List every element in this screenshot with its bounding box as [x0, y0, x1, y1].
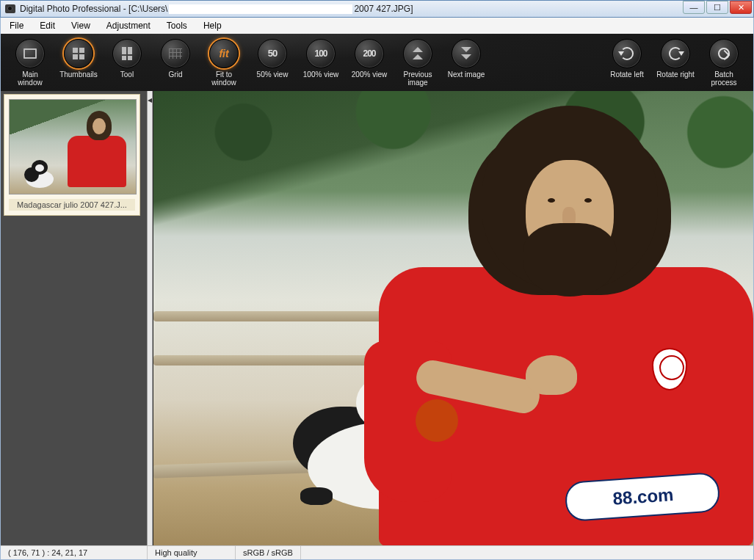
close-button[interactable]: ✕ — [730, 1, 752, 14]
tool-icon — [122, 47, 132, 60]
view-50-button[interactable]: 50 50% view — [252, 39, 293, 87]
menu-help[interactable]: Help — [200, 19, 225, 32]
grid-label: Grid — [169, 70, 183, 79]
menu-view[interactable]: View — [68, 19, 93, 32]
thumbnails-icon — [73, 48, 84, 59]
zoom-100-icon: 100 — [314, 48, 327, 59]
batch-process-button[interactable]: Batch process — [703, 39, 744, 87]
thumbnail-image — [9, 99, 137, 194]
menu-adjustment[interactable]: Adjustment — [104, 19, 153, 32]
previous-image-button[interactable]: Previous image — [397, 39, 438, 87]
photo-content: 88.com — [153, 91, 753, 545]
status-coords: ( 176, 71 ) : 24, 21, 17 — [1, 546, 148, 559]
toolbar: Main window Thumbnails Tool Grid fit Fit… — [0, 34, 754, 91]
image-viewer[interactable]: 88.com — [153, 91, 753, 545]
title-app: Digital Photo Professional — [20, 4, 120, 14]
rotate-left-icon — [620, 47, 634, 60]
view-100-label: 100% view — [303, 70, 338, 79]
view-200-button[interactable]: 200 200% view — [349, 39, 390, 87]
fit-icon: fit — [219, 48, 228, 59]
app-icon — [5, 4, 15, 13]
titlebar: Digital Photo Professional - [C:\Users\2… — [0, 0, 754, 18]
tool-label: Tool — [120, 70, 134, 79]
title-redacted — [169, 4, 352, 14]
thumbnails-button[interactable]: Thumbnails — [58, 39, 99, 87]
rotate-right-button[interactable]: Rotate right — [655, 39, 696, 87]
next-image-button[interactable]: Next image — [446, 39, 487, 87]
sidebar-splitter[interactable]: ◀ — [147, 91, 153, 545]
chevron-down-icon — [461, 47, 471, 59]
tool-button[interactable]: Tool — [106, 39, 148, 87]
next-image-label: Next image — [448, 70, 485, 79]
statusbar: ( 176, 71 ) : 24, 21, 17 High quality sR… — [0, 545, 754, 560]
content-area: Madagascar julio 2007 427.J... ◀ — [0, 91, 754, 545]
status-colorspace: sRGB / sRGB — [236, 546, 301, 559]
minimize-button[interactable]: — — [683, 1, 705, 14]
menu-tools[interactable]: Tools — [164, 19, 190, 32]
view-50-label: 50% view — [257, 70, 289, 79]
rotate-right-icon — [669, 47, 682, 60]
splitter-arrow-icon: ◀ — [148, 97, 152, 103]
thumbnails-label: Thumbnails — [59, 70, 98, 79]
window-icon — [23, 48, 37, 59]
rotate-right-label: Rotate right — [656, 70, 695, 79]
grid-icon — [169, 48, 182, 59]
window-controls: — ☐ ✕ — [683, 1, 753, 17]
batch-label: Batch process — [703, 70, 744, 87]
zoom-200-icon: 200 — [363, 48, 375, 59]
zoom-50-icon: 50 — [268, 48, 277, 59]
rotate-left-button[interactable]: Rotate left — [606, 39, 648, 87]
fit-to-window-button[interactable]: fit Fit to window — [203, 39, 244, 87]
view-200-label: 200% view — [352, 70, 387, 79]
fit-label: Fit to window — [203, 70, 244, 87]
title-path-suffix: 2007 427.JPG] — [354, 4, 413, 14]
maximize-button[interactable]: ☐ — [706, 1, 728, 14]
chevron-up-icon — [413, 47, 423, 59]
rotate-left-label: Rotate left — [610, 70, 644, 79]
previous-image-label: Previous image — [397, 70, 438, 87]
main-window-label: Main window — [10, 70, 51, 87]
thumbnail-sidebar: Madagascar julio 2007 427.J... ◀ — [1, 91, 153, 545]
main-window-button[interactable]: Main window — [10, 39, 51, 87]
grid-button[interactable]: Grid — [155, 39, 196, 87]
thumbnail-card[interactable]: Madagascar julio 2007 427.J... — [4, 94, 140, 216]
menubar: File Edit View Adjustment Tools Help — [0, 18, 754, 34]
title-path-prefix: - [C:\Users\ — [120, 4, 167, 14]
thumbnail-caption: Madagascar julio 2007 427.J... — [9, 199, 135, 211]
window-title: Digital Photo Professional - [C:\Users\2… — [20, 4, 683, 14]
batch-icon — [718, 48, 730, 59]
menu-edit[interactable]: Edit — [37, 19, 58, 32]
status-quality: High quality — [148, 546, 236, 559]
view-100-button[interactable]: 100 100% view — [300, 39, 341, 87]
menu-file[interactable]: File — [7, 19, 26, 32]
